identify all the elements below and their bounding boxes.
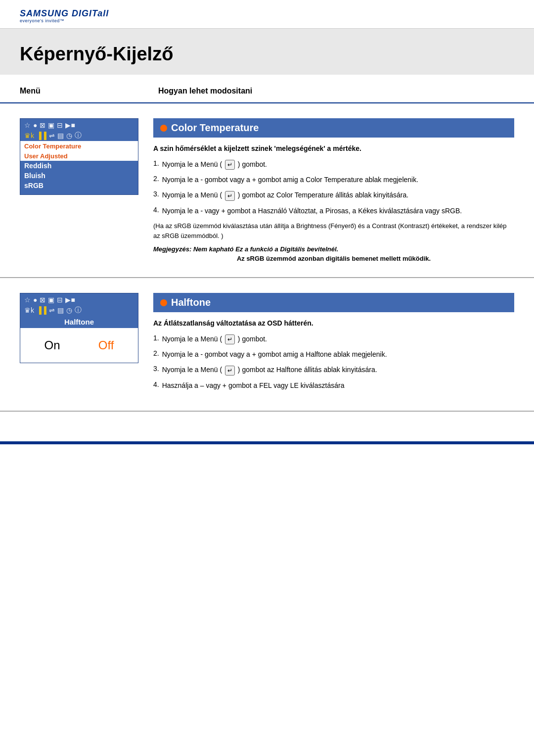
color2-icon: ♛k [24, 306, 34, 314]
contrast-icon: ● [33, 121, 37, 129]
info-icon: ▶■ [65, 121, 75, 129]
step4: 4. Nyomja le a - vagy + gombot a Használ… [153, 206, 514, 216]
color-temp-subtitle: A szin hőmérséklet a kijelzett szinek 'm… [153, 144, 514, 152]
display-icon: ▣ [48, 121, 54, 129]
menu-icons-bottom: ♛k ▐▐ ⇌ ▤ ◷ ⓘ [20, 130, 138, 141]
setup-icon: ⊟ [57, 121, 63, 129]
bluish-menu-item: Bluish [20, 171, 138, 181]
bottom-bar [0, 441, 534, 444]
srgb-menu-item: sRGB [20, 181, 138, 190]
halftone-title-bar: Halftone [153, 293, 514, 312]
samsung-logo: SAMSUNG DIGITall everyone's invited™ [20, 9, 514, 23]
halftone-icons-bottom: ♛k ▐▐ ⇌ ▤ ◷ ⓘ [20, 305, 138, 316]
h-step3: 3. Nyomja le a Menü ( ↵ ) gombot az Half… [153, 365, 514, 375]
enter-key-sym2: ↵ [225, 191, 235, 201]
page-title-section: Képernyő-Kijelző [0, 29, 534, 75]
color-temp-menu-item: Color Temperature [20, 141, 138, 151]
step1: 1. Nyomja le a Menü ( ↵ ) gombot. [153, 159, 514, 170]
user-adjusted-menu-item: User Adjusted [20, 151, 138, 161]
bar2-icon: ▐▐ [37, 306, 46, 314]
brightness2-icon: ☆ [24, 296, 31, 304]
halftone-icons-top: ☆ ● ⊠ ▣ ⊟ ▶■ [20, 293, 138, 305]
enter-key-sym3: ↵ [225, 334, 235, 344]
col-header-how: Hogyan lehet modositani [158, 87, 514, 95]
info3-icon: ▶■ [65, 296, 75, 304]
info4-icon: ⓘ [75, 306, 82, 315]
halftone-off-option: Off [98, 338, 114, 352]
halftone-menu-panel: ☆ ● ⊠ ▣ ⊟ ▶■ ♛k ▐▐ ⇌ ▤ ◷ ⓘ Halftone [20, 293, 138, 363]
tagline-text: everyone's invited™ [20, 19, 514, 23]
h-step4: 4. Használja a – vagy + gombot a FEL vag… [153, 380, 514, 391]
color-temp-note: (Ha az sRGB üzemmód kiválasztása után ál… [153, 221, 514, 242]
box2-icon: ▤ [57, 306, 64, 314]
brightness-icon: ☆ [24, 121, 31, 129]
color-temp-note-bold: Az sRGB üzemmód azonban digitális bemene… [153, 255, 514, 262]
color-temp-steps: 1. Nyomja le a Menü ( ↵ ) gombot. 2. Nyo… [153, 159, 514, 216]
h-step2: 2. Nyomja le a - gombot vagy a + gombot … [153, 349, 514, 360]
halftone-title-row: Halftone [20, 316, 138, 328]
h-step1: 1. Nyomja le a Menü ( ↵ ) gombot. [153, 334, 514, 344]
setup2-icon: ⊟ [57, 296, 63, 304]
step2: 2. Nyomja le a - gombot vagy a + gombot … [153, 175, 514, 185]
contrast2-icon: ● [33, 296, 37, 304]
bar-icon: ▐▐ [37, 132, 46, 140]
enter-key-sym: ↵ [225, 160, 235, 170]
color-icon: ♛k [24, 132, 34, 140]
halftone-title: Halftone [171, 297, 211, 308]
color-temp-title: Color Temperature [171, 122, 259, 134]
display2-icon: ▣ [48, 296, 54, 304]
clock2-icon: ◷ [66, 306, 72, 314]
color-temp-note-italic: Megjegyzés: Nem kapható Ez a funkció a D… [153, 245, 514, 253]
color-temp-title-bar: Color Temperature [153, 118, 514, 138]
page-title: Képernyő-Kijelző [20, 44, 514, 65]
cycle-icon: ⇌ [49, 132, 55, 140]
step3: 3. Nyomja le a Menü ( ↵ ) gombot az Colo… [153, 190, 514, 200]
info2-icon: ⓘ [75, 131, 82, 140]
box-icon: ▤ [57, 132, 64, 140]
column-headers: Menü Hogyan lehet modositani [0, 80, 534, 103]
color-temperature-section: ☆ ● ⊠ ▣ ⊟ ▶■ ♛k ▐▐ ⇌ ▤ ◷ ⓘ Color Tempera… [0, 103, 534, 278]
clock-icon: ◷ [66, 132, 72, 140]
enter-key-sym4: ↵ [225, 366, 235, 376]
magic-icon: ⊠ [40, 121, 45, 129]
col-header-menu: Menü [20, 87, 158, 95]
halftone-section: ☆ ● ⊠ ▣ ⊟ ▶■ ♛k ▐▐ ⇌ ▤ ◷ ⓘ Halftone [0, 278, 534, 412]
color-temp-content: Color Temperature A szin hőmérséklet a k… [153, 118, 514, 262]
halftone-subtitle: Az Átlátszatlanság változtatása az OSD h… [153, 319, 514, 327]
cycle2-icon: ⇌ [49, 306, 55, 314]
color-temp-menu-panel: ☆ ● ⊠ ▣ ⊟ ▶■ ♛k ▐▐ ⇌ ▤ ◷ ⓘ Color Tempera… [20, 118, 138, 195]
halftone-menu-label: Halftone [64, 318, 94, 326]
color-temp-dot [160, 125, 167, 132]
halftone-content: Halftone Az Átlátszatlanság változtatása… [153, 293, 514, 396]
brand-text: SAMSUNG DIGITall [20, 9, 514, 18]
menu-icons-top: ☆ ● ⊠ ▣ ⊟ ▶■ [20, 119, 138, 130]
halftone-on-option: On [44, 338, 60, 352]
header: SAMSUNG DIGITall everyone's invited™ [0, 0, 534, 29]
halftone-steps: 1. Nyomja le a Menü ( ↵ ) gombot. 2. Nyo… [153, 334, 514, 391]
halftone-options: On Off [20, 328, 138, 363]
magic2-icon: ⊠ [40, 296, 45, 304]
reddish-menu-item: Reddish [20, 161, 138, 171]
halftone-dot [160, 299, 167, 306]
